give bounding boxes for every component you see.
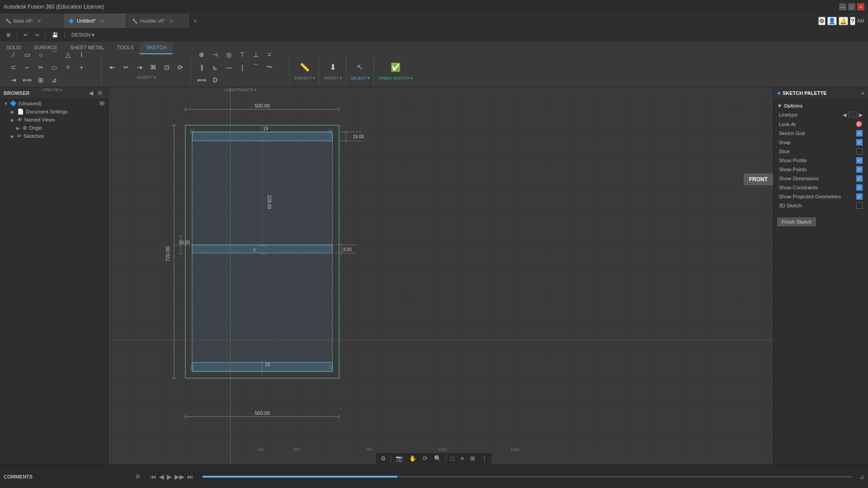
constrain-tangent[interactable]: ⌒ — [250, 61, 262, 73]
account-btn[interactable]: 👤 — [827, 17, 837, 25]
tab-sketch[interactable]: SKETCH — [140, 42, 173, 54]
viewport-display-btn[interactable]: □ — [448, 454, 457, 463]
snap-checkbox[interactable]: ✓ — [856, 139, 863, 145]
spline-tool[interactable]: ⌇ — [75, 49, 88, 61]
constrain-equal[interactable]: = — [263, 49, 276, 61]
constrain-midpoint[interactable]: ⊤ — [236, 49, 249, 61]
viewport-more-btn[interactable]: ⋮ — [479, 454, 490, 463]
tab-tools[interactable]: TOOLS — [110, 42, 140, 54]
insert-btn[interactable]: ⬇ — [327, 61, 339, 74]
viewport-grid-btn[interactable]: ≡ — [458, 454, 467, 463]
sketch-grid-checkbox[interactable]: ✓ — [856, 130, 863, 136]
tree-item-origin[interactable]: ▶ ⊕ Origin — [0, 124, 108, 132]
tab-close-mueble[interactable]: ✕ — [170, 19, 173, 23]
fillet-tool[interactable]: ⌐ — [21, 61, 33, 73]
tab-close-untitled[interactable]: ✕ — [100, 19, 104, 23]
constrain-symm[interactable]: ⟺ — [195, 74, 208, 86]
line-tool[interactable]: ∕ — [7, 49, 20, 61]
close-button[interactable]: ✕ — [857, 3, 864, 10]
timeline-prev-btn[interactable]: ◀ — [159, 473, 164, 480]
help-btn[interactable]: ? — [850, 17, 855, 25]
browser-settings[interactable]: ⚙ — [96, 89, 104, 97]
design-menu-button[interactable]: DESIGN ▾ — [69, 31, 97, 39]
constrain-horiz[interactable]: — — [222, 61, 235, 73]
notification-btn[interactable]: 🔔 — [839, 17, 848, 25]
linetype-arrow-right[interactable]: ▶ — [859, 112, 863, 118]
viewport-zoom-btn[interactable]: 🔍 — [431, 454, 444, 463]
timeline-next-btn[interactable]: ▶▶ — [175, 473, 184, 480]
app-menu-button[interactable]: ⊞ — [4, 31, 13, 39]
settings-btn[interactable]: ⚙ — [818, 17, 826, 25]
tab-close-base[interactable]: ✕ — [38, 19, 41, 23]
show-constraints-checkbox[interactable]: ✓ — [856, 184, 863, 191]
show-dimensions-checkbox[interactable]: ✓ — [856, 175, 863, 182]
browser-expand-all[interactable]: ◀ — [87, 89, 95, 97]
constrain-parallel[interactable]: ∥ — [195, 61, 208, 73]
tree-item-doc-settings[interactable]: ▶ 📄 Document Settings — [0, 108, 108, 116]
look-at-btn[interactable]: 🎯 — [855, 121, 863, 127]
arc-tool[interactable]: ⌒ — [48, 49, 61, 61]
undo-button[interactable]: ↩ — [21, 31, 30, 39]
dimension-tool[interactable]: D — [209, 74, 222, 86]
constrain-coincident[interactable]: ⊕ — [195, 49, 208, 61]
mirror-tool[interactable]: ⟺ — [21, 74, 33, 86]
timeline-end-btn[interactable]: ⏭ — [187, 473, 193, 480]
tree-item-named-views[interactable]: ▶ 👁 Named Views — [0, 116, 108, 124]
viewport-layout-btn[interactable]: ⊞ — [467, 454, 478, 463]
viewport-camera-btn[interactable]: 📷 — [393, 454, 406, 463]
sketch-palette-collapse[interactable]: » — [861, 89, 864, 96]
constrain-perp[interactable]: ⊾ — [209, 61, 222, 73]
timeline-bar[interactable] — [203, 476, 852, 478]
finish-sketch-palette-btn[interactable]: Finish Sketch — [777, 217, 816, 226]
break-modify[interactable]: ⌘ — [147, 61, 160, 73]
offset-tool[interactable]: ⇥ — [7, 74, 20, 86]
save-button[interactable]: 💾 — [49, 31, 61, 39]
select-btn[interactable]: ↖ — [354, 61, 366, 74]
inspect-btn[interactable]: 📏 — [297, 61, 312, 74]
point-tool[interactable]: + — [75, 61, 88, 73]
trim-tool[interactable]: ✂ — [34, 61, 47, 73]
tab-mueble-v6[interactable]: 🔧 mueble v6* ✕ — [127, 14, 190, 28]
tree-item-sketches[interactable]: ▶ ✏ Sketches — [0, 132, 108, 140]
timeline-play-btn[interactable]: ▶ — [167, 473, 172, 480]
offset-modify[interactable]: ⇤ — [106, 61, 119, 73]
project-tool[interactable]: ⊿ — [48, 74, 61, 86]
constrain-smooth[interactable]: 〜 — [263, 61, 276, 73]
new-tab-button[interactable]: + — [190, 14, 201, 28]
viewport-settings-btn[interactable]: ⚙ — [378, 454, 389, 463]
constrain-concentric[interactable]: ◎ — [222, 49, 235, 61]
viewport-pan-btn[interactable]: ✋ — [406, 454, 419, 463]
finish-sketch-toolbar-btn[interactable]: ✅ — [388, 61, 403, 74]
conic-tool[interactable]: ⊂ — [7, 61, 20, 73]
options-section-header[interactable]: ▼ Options — [774, 101, 868, 110]
tab-untitled[interactable]: 🔷 Untitled* ✕ — [63, 14, 127, 28]
pattern-tool[interactable]: ⊞ — [34, 74, 47, 86]
canvas-area[interactable]: 250 500 750 1000 1250 500.00 720.00 — [108, 87, 868, 465]
slice-checkbox[interactable] — [856, 148, 863, 155]
sketch-scale[interactable]: ⊡ — [160, 61, 173, 73]
rect-tool[interactable]: ▭ — [21, 49, 33, 61]
show-profile-checkbox[interactable]: ✓ — [856, 157, 863, 164]
constrain-fix[interactable]: ⊥ — [250, 49, 262, 61]
ellipse-tool[interactable]: ⬭ — [48, 61, 61, 73]
minimize-button[interactable]: — — [839, 3, 846, 10]
viewport-orbit-btn[interactable]: ⟳ — [420, 454, 430, 463]
change-type[interactable]: ⟳ — [174, 61, 187, 73]
redo-button[interactable]: ↪ — [32, 31, 42, 39]
equal-tool[interactable]: = — [61, 61, 74, 73]
linetype-arrow-left[interactable]: ◀ — [843, 112, 846, 118]
timeline-start-btn[interactable]: ⏮ — [150, 473, 156, 480]
extend-modify[interactable]: ⇥ — [133, 61, 146, 73]
show-points-checkbox[interactable]: ✓ — [856, 166, 863, 173]
constrain-vert[interactable]: | — [236, 61, 249, 73]
comments-settings-btn[interactable]: ⚙ — [135, 473, 141, 480]
tab-base-v8[interactable]: 🔧 base v8* ✕ — [0, 14, 63, 28]
show-projected-checkbox[interactable]: ✓ — [856, 193, 863, 200]
polygon-tool[interactable]: △ — [61, 49, 74, 61]
circle-tool[interactable]: ○ — [34, 49, 47, 61]
maximize-button[interactable]: □ — [848, 3, 855, 10]
3d-sketch-checkbox[interactable] — [856, 202, 863, 209]
tree-item-unsaved[interactable]: ▼ 🔷 (Unsaved) × — [0, 99, 108, 108]
trim-modify[interactable]: ✂ — [120, 61, 132, 73]
constrain-collinear[interactable]: ⊣ — [209, 49, 222, 61]
